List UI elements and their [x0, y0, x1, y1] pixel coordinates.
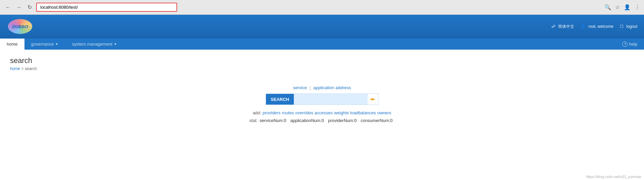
header-divider-2 — [616, 24, 617, 29]
back-button[interactable]: ← — [4, 3, 12, 11]
content: search home > search service | applicati… — [0, 50, 644, 180]
logout-link[interactable]: logout — [626, 24, 637, 29]
add-loadbalances-link[interactable]: loadbalances — [350, 110, 376, 115]
header-right: ☍ 简体中文 👤 root, welcome ☐ logout — [551, 24, 637, 29]
forward-button[interactable]: → — [15, 3, 23, 11]
tab-application-address[interactable]: application address — [311, 84, 353, 91]
system-arrow-icon: ▼ — [114, 42, 117, 46]
add-overrides-link[interactable]: overrides — [295, 110, 313, 115]
lang-icon: ☍ — [551, 24, 555, 29]
add-owners-link[interactable]: owners — [377, 110, 391, 115]
nav-right: ? help — [622, 39, 644, 50]
add-links-row: add: providers routes overrides accesses… — [253, 110, 391, 115]
search-button[interactable]: SEARCH — [266, 94, 294, 105]
breadcrumb-current: search — [25, 66, 37, 71]
tab-service[interactable]: service — [291, 84, 309, 91]
address-bar[interactable] — [36, 3, 177, 12]
reload-button[interactable]: ↻ — [25, 3, 34, 11]
nav-item-governance[interactable]: governance ▼ — [24, 39, 65, 50]
search-input[interactable] — [294, 94, 368, 105]
nav-system-label: system.management — [72, 42, 112, 47]
search-tabs: service | application address — [291, 84, 353, 91]
lang-link[interactable]: 简体中文 — [558, 24, 574, 29]
add-weights-link[interactable]: weights — [334, 110, 349, 115]
footer-hint: https://blog.csdn.net/u01_junmsar — [586, 175, 641, 179]
browser-profile-icon[interactable]: 👤 — [624, 4, 631, 10]
header-divider-1 — [577, 24, 578, 29]
logout-icon: ☐ — [620, 24, 624, 29]
breadcrumb: home > search — [10, 66, 634, 71]
search-box: SEARCH ➨ — [266, 94, 378, 105]
stat-consumernum: consumerNum:0 — [361, 118, 392, 123]
app: DUBBO ☍ 简体中文 👤 root, welcome ☐ logout ho… — [0, 15, 644, 180]
logo-text: DUBBO — [12, 24, 28, 29]
browser-menu-icon[interactable]: ⋮ — [635, 4, 640, 10]
nav-home-label: home — [7, 42, 18, 47]
user-label[interactable]: root, welcome — [588, 24, 613, 29]
browser-search-icon[interactable]: 🔍 — [604, 4, 611, 10]
add-routes-link[interactable]: routes — [282, 110, 294, 115]
page-title: search — [10, 56, 634, 65]
browser-chrome: ← → ↻ 🔍 ☆ 👤 ⋮ — [0, 0, 644, 15]
add-accesses-link[interactable]: accesses — [315, 110, 333, 115]
logo: DUBBO — [7, 18, 34, 35]
add-label: add: — [253, 110, 261, 115]
add-providers-link[interactable]: providers — [263, 110, 280, 115]
user-icon: 👤 — [581, 24, 586, 29]
help-link[interactable]: help — [629, 42, 637, 47]
browser-star-icon[interactable]: ☆ — [615, 4, 620, 10]
stat-servicenum: serviceNum:0 — [260, 118, 286, 123]
search-area: service | application address SEARCH ➨ a… — [10, 84, 634, 123]
stat-label: stat: — [249, 118, 258, 123]
nav-item-home[interactable]: home — [0, 39, 24, 50]
breadcrumb-home[interactable]: home — [10, 66, 20, 71]
search-go-icon[interactable]: ➨ — [368, 96, 378, 103]
nav-item-system-management[interactable]: system.management ▼ — [65, 39, 124, 50]
stat-row: stat: serviceNum:0 applicationNum:0 prov… — [249, 118, 394, 123]
governance-arrow-icon: ▼ — [55, 42, 58, 46]
tab-separator: | — [310, 85, 311, 90]
header: DUBBO ☍ 简体中文 👤 root, welcome ☐ logout — [0, 15, 644, 38]
stat-providernum: providerNum:0 — [328, 118, 357, 123]
stat-applicationnum: applicationNum:0 — [290, 118, 324, 123]
breadcrumb-sep: > — [21, 66, 24, 71]
help-icon: ? — [622, 42, 628, 47]
nav-bar: home governance ▼ system.management ▼ ? … — [0, 38, 644, 50]
nav-governance-label: governance — [31, 42, 54, 47]
